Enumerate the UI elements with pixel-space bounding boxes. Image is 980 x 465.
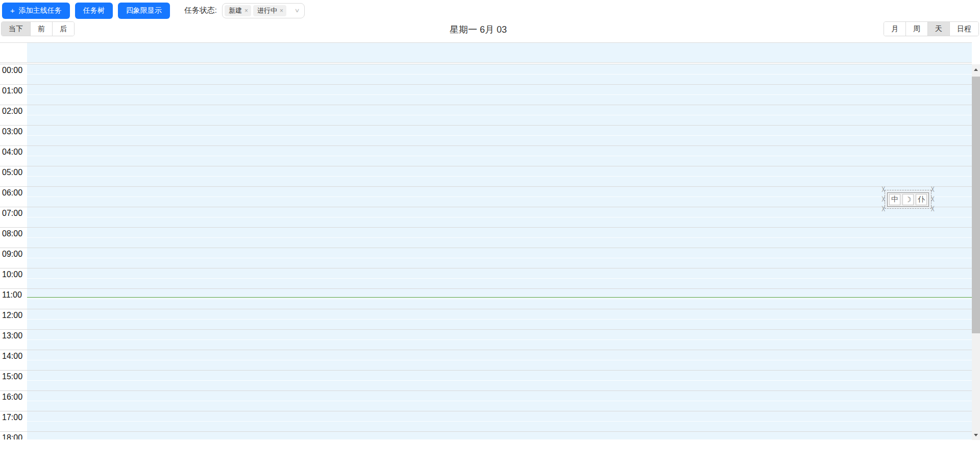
ime-chinese-mode-button[interactable]: 中 — [889, 194, 900, 205]
add-main-task-button[interactable]: + 添加主线任务 — [2, 3, 70, 19]
time-label: 05:00 — [0, 166, 27, 186]
time-label: 07:00 — [0, 207, 27, 227]
drag-handle-mark: ╳ — [882, 197, 885, 202]
day-calendar: 00:0001:0002:0003:0004:0005:0006:0007:00… — [0, 42, 972, 439]
time-row: 05:00 — [0, 166, 972, 187]
drag-handle-mark: ╳ — [932, 197, 934, 202]
time-slot[interactable] — [27, 391, 972, 411]
all-day-slot[interactable] — [27, 43, 972, 62]
time-label: 15:00 — [0, 371, 27, 390]
time-slot[interactable] — [27, 411, 972, 431]
time-grid-viewport[interactable]: 00:0001:0002:0003:0004:0005:0006:0007:00… — [0, 64, 972, 439]
time-slot[interactable] — [27, 350, 972, 370]
calendar-nav-bar: 当下 前 后 星期一 6月 03 月 周 天 日程 — [0, 21, 980, 37]
all-day-gutter — [0, 43, 27, 62]
time-slot[interactable] — [27, 309, 972, 329]
ime-moon-icon[interactable]: ☽ — [902, 194, 914, 205]
time-label: 01:00 — [0, 85, 27, 105]
time-row: 02:00 — [0, 105, 972, 126]
time-label: 03:00 — [0, 126, 27, 145]
time-row: 12:00 — [0, 309, 972, 330]
time-slot[interactable] — [27, 268, 972, 288]
scroll-up-button[interactable] — [972, 64, 980, 75]
ime-tool-icon[interactable]: 仆 — [916, 194, 927, 205]
time-slot[interactable] — [27, 228, 972, 248]
time-row: 17:00 — [0, 411, 972, 432]
time-label: 00:00 — [0, 64, 27, 84]
time-label: 16:00 — [0, 391, 27, 411]
plus-icon: + — [10, 7, 15, 14]
tag-close-icon[interactable]: × — [280, 8, 283, 14]
task-status-label: 任务状态: — [184, 6, 217, 15]
time-label: 11:00 — [0, 289, 27, 309]
time-slot[interactable] — [27, 289, 972, 309]
time-slot[interactable] — [27, 330, 972, 350]
time-slot[interactable] — [27, 166, 972, 186]
arrow-down-icon — [974, 434, 978, 436]
view-week-button[interactable]: 周 — [905, 22, 927, 36]
time-slot[interactable] — [27, 432, 972, 439]
scroll-down-button[interactable] — [972, 430, 980, 440]
status-tag-in-progress[interactable]: 进行中 × — [253, 5, 286, 16]
time-slot[interactable] — [27, 85, 972, 105]
chevron-down-icon[interactable]: ∨ — [294, 7, 300, 14]
time-row: 00:00 — [0, 64, 972, 85]
time-row: 01:00 — [0, 85, 972, 105]
time-label: 18:00 — [0, 432, 27, 439]
time-slot[interactable] — [27, 248, 972, 268]
time-slot[interactable] — [27, 105, 972, 125]
time-slot[interactable] — [27, 371, 972, 390]
time-slot[interactable] — [27, 207, 972, 227]
view-switch-group: 月 周 天 日程 — [884, 21, 979, 36]
drag-handle-mark: ╳ — [932, 207, 934, 211]
time-row: 14:00 — [0, 350, 972, 371]
time-label: 09:00 — [0, 248, 27, 268]
tag-close-icon[interactable]: × — [244, 8, 248, 14]
view-month-button[interactable]: 月 — [884, 22, 905, 36]
top-toolbar: + 添加主线任务 任务树 四象限显示 任务状态: 新建 × 进行中 × ∨ — [0, 0, 980, 21]
view-agenda-button[interactable]: 日程 — [949, 22, 978, 36]
vertical-scrollbar[interactable] — [972, 64, 980, 440]
time-label: 08:00 — [0, 228, 27, 248]
time-row: 11:00 — [0, 289, 972, 309]
time-row: 15:00 — [0, 371, 972, 391]
time-label: 17:00 — [0, 411, 27, 431]
time-row: 07:00 — [0, 207, 972, 228]
time-row: 16:00 — [0, 391, 972, 411]
drag-handle-mark: ╳ — [882, 187, 885, 192]
arrow-up-icon — [974, 68, 978, 71]
time-label: 04:00 — [0, 146, 27, 166]
time-row: 09:00 — [0, 248, 972, 268]
time-row: 08:00 — [0, 228, 972, 248]
time-row: 10:00 — [0, 268, 972, 289]
task-status-select[interactable]: 新建 × 进行中 × ∨ — [222, 3, 305, 18]
status-tag-new-label: 新建 — [229, 6, 242, 15]
time-rows-container: 00:0001:0002:0003:0004:0005:0006:0007:00… — [0, 64, 972, 439]
time-label: 10:00 — [0, 268, 27, 288]
task-tree-button[interactable]: 任务树 — [75, 3, 113, 19]
time-slot[interactable] — [27, 146, 972, 166]
add-main-task-label: 添加主线任务 — [19, 6, 62, 15]
all-day-row — [0, 42, 972, 63]
time-label: 14:00 — [0, 350, 27, 370]
time-label: 02:00 — [0, 105, 27, 125]
view-day-button[interactable]: 天 — [927, 22, 949, 36]
time-slot[interactable] — [27, 126, 972, 145]
scrollbar-thumb[interactable] — [972, 77, 980, 333]
time-row: 03:00 — [0, 126, 972, 146]
time-row: 13:00 — [0, 330, 972, 350]
time-slot[interactable] — [27, 187, 972, 207]
status-tag-new[interactable]: 新建 × — [225, 5, 251, 16]
drag-handle-mark: ╳ — [882, 207, 885, 211]
status-tag-in-progress-label: 进行中 — [257, 6, 277, 15]
drag-handle-mark: ╳ — [932, 187, 934, 192]
time-row: 18:00 — [0, 432, 972, 439]
ime-toolbar[interactable]: 中 ☽ 仆 — [887, 192, 929, 207]
ime-toolbar-drag-frame[interactable]: ╳ ╳ ╳ ╳ ╳ ╳ 中 ☽ 仆 — [885, 190, 932, 209]
time-row: 04:00 — [0, 146, 972, 166]
time-row: 06:00 — [0, 187, 972, 207]
page-title: 星期一 6月 03 — [0, 23, 957, 36]
time-slot[interactable] — [27, 64, 972, 84]
quadrant-display-button[interactable]: 四象限显示 — [118, 3, 170, 19]
time-label: 06:00 — [0, 187, 27, 207]
